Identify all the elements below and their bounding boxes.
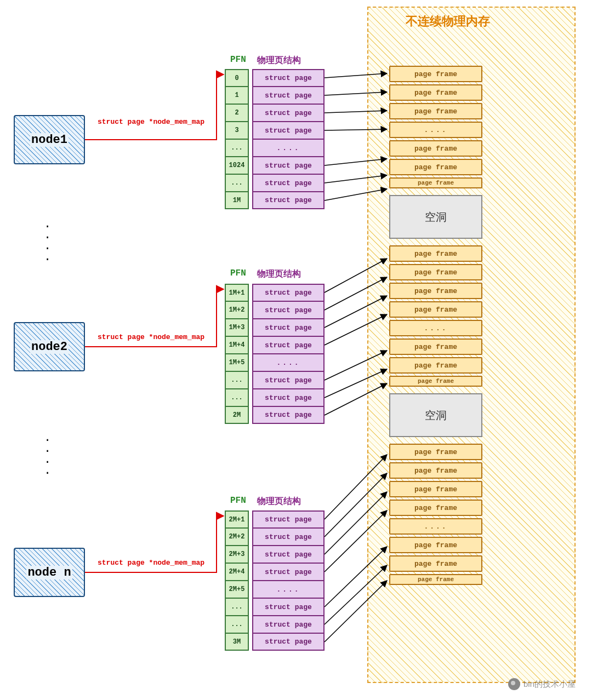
pfn-cell: 1M+1 bbox=[225, 284, 249, 301]
page-frame: .... bbox=[389, 122, 482, 138]
table-row: 2M+4struct page bbox=[225, 563, 325, 581]
struct-page-table-1: 0struct page1struct page2struct page3str… bbox=[225, 69, 325, 209]
pfn-cell: 1M+4 bbox=[225, 336, 249, 354]
mem-title: 不连续物理内存 bbox=[406, 13, 490, 30]
table-row: ...struct page bbox=[225, 616, 325, 633]
watermark: bin的技术小屋 bbox=[508, 678, 576, 690]
struct-page-cell: struct page bbox=[252, 87, 325, 104]
struct-page-table-3: 2M+1struct page2M+2struct page2M+3struct… bbox=[225, 510, 325, 651]
pfn-header-2: PFN bbox=[230, 268, 246, 280]
table-row: 2M+1struct page bbox=[225, 510, 325, 528]
pfn-cell: 2M+3 bbox=[225, 546, 249, 563]
struct-page-cell: struct page bbox=[252, 157, 325, 174]
table-row: 1M+5.... bbox=[225, 354, 325, 371]
table-row: 1M+2struct page bbox=[225, 301, 325, 319]
struct-page-cell: struct page bbox=[252, 563, 325, 581]
struct-page-cell: struct page bbox=[252, 192, 325, 209]
struct-page-cell: struct page bbox=[252, 546, 325, 563]
struct-page-cell: struct page bbox=[252, 174, 325, 192]
pfn-cell: 1M+2 bbox=[225, 301, 249, 319]
table-row: 1struct page bbox=[225, 87, 325, 104]
node-label-2: node2 bbox=[30, 340, 69, 354]
table-row: ....... bbox=[225, 139, 325, 157]
memory-hole: 空洞 bbox=[389, 195, 482, 239]
struct-page-cell: .... bbox=[252, 581, 325, 598]
pfn-cell: 1M+3 bbox=[225, 319, 249, 336]
page-frame: page frame bbox=[389, 462, 482, 479]
ptr-label-3: struct page *node_mem_map bbox=[98, 559, 204, 567]
struct-page-cell: struct page bbox=[252, 598, 325, 616]
page-frame: page frame bbox=[389, 376, 482, 387]
page-frame: page frame bbox=[389, 140, 482, 157]
struct-page-cell: struct page bbox=[252, 104, 325, 122]
page-frame: page frame bbox=[389, 264, 482, 280]
pfn-cell: 1M+5 bbox=[225, 354, 249, 371]
table-row: 3struct page bbox=[225, 122, 325, 139]
pfn-cell: 1024 bbox=[225, 157, 249, 174]
table-row: ...struct page bbox=[225, 389, 325, 406]
table-row: 2Mstruct page bbox=[225, 406, 325, 424]
struct-page-cell: struct page bbox=[252, 301, 325, 319]
table-row: 1M+1struct page bbox=[225, 284, 325, 301]
page-frame: .... bbox=[389, 320, 482, 336]
struct-page-cell: struct page bbox=[252, 336, 325, 354]
watermark-text: bin的技术小屋 bbox=[523, 679, 576, 690]
page-frame: page frame bbox=[389, 84, 482, 101]
pfn-cell: ... bbox=[225, 174, 249, 192]
node-box-n: node n bbox=[14, 548, 85, 597]
pfn-cell: 3 bbox=[225, 122, 249, 139]
node-label-1: node1 bbox=[30, 133, 69, 147]
vdots-2: .... bbox=[44, 433, 51, 477]
pfn-cell: 0 bbox=[225, 69, 249, 87]
pfn-cell: 2M+4 bbox=[225, 563, 249, 581]
ptr-label-1: struct page *node_mem_map bbox=[98, 118, 204, 126]
page-frame: page frame bbox=[389, 481, 482, 497]
struct-page-cell: struct page bbox=[252, 616, 325, 633]
table-row: 1Mstruct page bbox=[225, 192, 325, 209]
struct-page-cell: struct page bbox=[252, 510, 325, 528]
struct-page-cell: struct page bbox=[252, 389, 325, 406]
page-frame: page frame bbox=[389, 245, 482, 262]
col-header-2: PFN 物理页结构 bbox=[230, 268, 301, 280]
table-row: ...struct page bbox=[225, 598, 325, 616]
page-frame: page frame bbox=[389, 537, 482, 553]
node-box-2: node2 bbox=[14, 322, 85, 371]
pfn-cell: ... bbox=[225, 616, 249, 633]
table-row: 2struct page bbox=[225, 104, 325, 122]
struct-page-cell: struct page bbox=[252, 371, 325, 389]
page-frame: page frame bbox=[389, 159, 482, 175]
struct-page-cell: struct page bbox=[252, 319, 325, 336]
phys-header-2: 物理页结构 bbox=[257, 268, 301, 280]
page-frame: page frame bbox=[389, 444, 482, 460]
struct-page-table-2: 1M+1struct page1M+2struct page1M+3struct… bbox=[225, 284, 325, 424]
page-frame: page frame bbox=[389, 283, 482, 299]
struct-page-cell: struct page bbox=[252, 406, 325, 424]
struct-page-cell: struct page bbox=[252, 69, 325, 87]
node-box-1: node1 bbox=[14, 115, 85, 164]
struct-page-cell: .... bbox=[252, 354, 325, 371]
table-row: 1M+4struct page bbox=[225, 336, 325, 354]
pfn-cell: 2M bbox=[225, 406, 249, 424]
page-frame: page frame bbox=[389, 357, 482, 374]
col-header-3: PFN 物理页结构 bbox=[230, 496, 301, 507]
pfn-cell: 1 bbox=[225, 87, 249, 104]
pfn-cell: 1M bbox=[225, 192, 249, 209]
pfn-cell: 2M+2 bbox=[225, 528, 249, 546]
table-row: 0struct page bbox=[225, 69, 325, 87]
col-header-1: PFN 物理页结构 bbox=[230, 55, 301, 66]
table-row: ...struct page bbox=[225, 371, 325, 389]
page-frame: page frame bbox=[389, 500, 482, 516]
pfn-cell: ... bbox=[225, 389, 249, 406]
memory-hole: 空洞 bbox=[389, 393, 482, 437]
table-row: 3Mstruct page bbox=[225, 633, 325, 651]
pfn-cell: ... bbox=[225, 598, 249, 616]
pfn-cell: ... bbox=[225, 371, 249, 389]
wechat-icon bbox=[508, 678, 520, 690]
table-row: ...struct page bbox=[225, 174, 325, 192]
page-frame: page frame bbox=[389, 301, 482, 318]
table-row: 1M+3struct page bbox=[225, 319, 325, 336]
table-row: 2M+5.... bbox=[225, 581, 325, 598]
pfn-cell: 2M+5 bbox=[225, 581, 249, 598]
page-frame: page frame bbox=[389, 177, 482, 188]
page-frame: page frame bbox=[389, 574, 482, 585]
